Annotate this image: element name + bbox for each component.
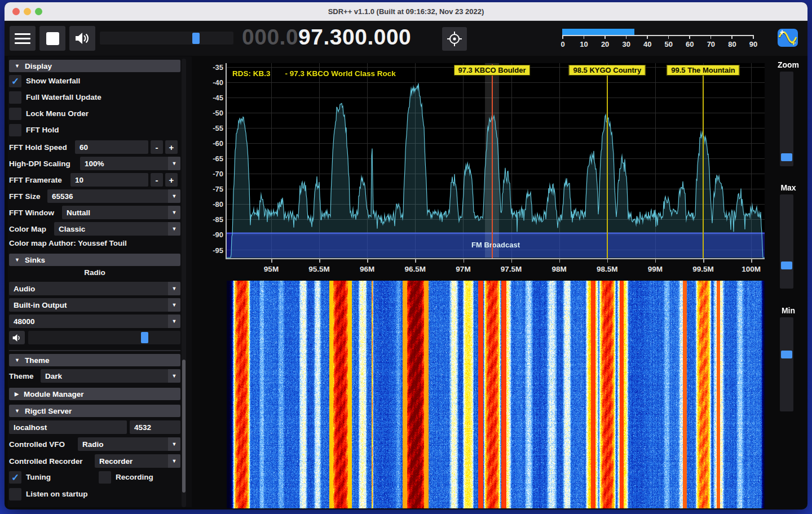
fft-x-tick-label: 95.5M: [299, 265, 339, 273]
zoom-slider-handle[interactable]: [781, 153, 792, 161]
speaker-icon: [74, 31, 90, 46]
sink-volume-slider[interactable]: [28, 331, 180, 344]
fft-x-tick-label: 100M: [731, 265, 771, 273]
fft-spectrum-canvas[interactable]: [227, 63, 765, 258]
theme-label: Theme: [9, 372, 34, 380]
sink-volume-handle[interactable]: [141, 332, 148, 343]
section-theme[interactable]: ▼ Theme: [9, 354, 180, 366]
fft-x-tick-label: 99M: [636, 265, 675, 273]
max-slider[interactable]: [780, 194, 793, 289]
stop-icon: [46, 32, 59, 45]
fft-y-tick-label: -90: [198, 231, 223, 239]
snr-tick-label: 50: [665, 40, 673, 48]
controlled-recorder-dropdown[interactable]: Recorder ▼: [95, 454, 180, 468]
close-window-button[interactable]: [12, 8, 20, 15]
minimize-window-button[interactable]: [24, 8, 31, 15]
frequency-value: 97.300.000: [298, 25, 411, 49]
snr-tick: [562, 35, 563, 39]
recording-checkbox[interactable]: [99, 471, 111, 484]
frequency-display[interactable]: 000.097.300.000: [242, 25, 411, 50]
rigctl-port-input[interactable]: 4532: [130, 420, 180, 434]
chevron-down-icon: ▼: [168, 369, 180, 383]
fft-x-tick: [559, 259, 561, 263]
snr-tick: [731, 35, 732, 39]
svg-text:+: +: [780, 27, 785, 37]
divider: [9, 350, 180, 351]
fft-x-tick: [319, 259, 320, 263]
min-slider-handle[interactable]: [781, 351, 792, 358]
maximize-window-button[interactable]: [35, 8, 42, 15]
master-volume-handle[interactable]: [192, 33, 200, 44]
fft-x-tick-label: 98M: [540, 265, 579, 273]
snr-tick-label: 90: [749, 40, 757, 48]
recording-label: Recording: [116, 473, 153, 481]
mute-button[interactable]: [69, 26, 95, 51]
chevron-down-icon: ▼: [168, 298, 180, 312]
section-module-manager[interactable]: ▶ Module Manager: [9, 388, 180, 400]
snr-meter: 0102030405060708090: [562, 27, 758, 52]
fft-x-tick: [464, 259, 465, 263]
snr-tick-label: 70: [707, 40, 715, 48]
snr-tick: [710, 35, 712, 39]
snr-meter-scale: 0102030405060708090: [562, 27, 758, 52]
listen-startup-label: Listen on startup: [26, 490, 88, 498]
zoom-slider[interactable]: [780, 72, 793, 166]
snr-tick-label: 0: [561, 40, 564, 48]
svg-text:+: +: [791, 38, 796, 47]
fft-x-tick-label: 96M: [347, 265, 387, 273]
chevron-down-icon: ▼: [168, 454, 180, 468]
snr-tick-label: 80: [728, 40, 736, 48]
tuning-checkbox[interactable]: ✓: [9, 471, 21, 484]
snr-tick-label: 30: [622, 40, 630, 48]
fft-x-axis: [226, 258, 765, 259]
sink-mute-button[interactable]: [9, 331, 25, 344]
window-title: SDR++ v1.1.0 (Built at 09:16:32, Nov 23 …: [328, 7, 484, 16]
samplerate-dropdown[interactable]: 48000 ▼: [9, 314, 180, 328]
master-volume-slider[interactable]: [100, 32, 233, 45]
fft-x-tick-label: 98.5M: [588, 265, 627, 273]
sidebar-scrollbar-thumb[interactable]: [182, 360, 186, 493]
fft-y-tick-label: -80: [198, 200, 223, 209]
fft-y-tick-label: -50: [198, 109, 223, 117]
fft-x-tick-label: 99.5M: [683, 265, 723, 273]
rigctl-host-input[interactable]: localhost: [9, 420, 127, 434]
min-slider[interactable]: [780, 317, 793, 411]
snr-tick: [604, 35, 606, 39]
collapse-triangle-icon: ▼: [15, 357, 20, 363]
collapse-triangle-right-icon: ▶: [15, 391, 19, 397]
chevron-down-icon: ▼: [168, 282, 180, 295]
snr-tick: [668, 35, 669, 39]
fft-y-tick-label: -60: [198, 139, 223, 148]
snr-tick: [626, 35, 627, 39]
fft-x-tick: [511, 259, 513, 263]
snr-tick: [689, 35, 690, 39]
chevron-down-icon: ▼: [168, 314, 180, 328]
rds-text: RDS: KB.3 - 97.3 KBCO World Class Rock: [232, 69, 396, 78]
fft-y-tick-label: -40: [198, 78, 223, 87]
fft-y-tick-label: -45: [198, 94, 223, 102]
snr-tick: [584, 35, 585, 39]
section-rigctl-server[interactable]: ▼ Rigctl Server: [9, 405, 180, 417]
snr-tick-label: 60: [686, 40, 694, 48]
listen-startup-checkbox[interactable]: [9, 488, 21, 500]
fft-y-tick-label: -75: [198, 185, 223, 193]
frequency-leading-zeros: 000.0: [242, 25, 298, 49]
max-slider-label: Max: [780, 183, 796, 192]
waterfall-canvas[interactable]: [227, 281, 765, 508]
app-window: SDR++ v1.1.0 (Built at 09:16:32, Nov 23 …: [5, 2, 807, 509]
chevron-down-icon: ▼: [168, 437, 180, 451]
controlled-vfo-dropdown[interactable]: Radio ▼: [78, 437, 180, 451]
theme-dropdown[interactable]: Dark ▼: [41, 369, 180, 383]
audio-device-dropdown[interactable]: Built-in Output ▼: [9, 298, 180, 312]
max-slider-handle[interactable]: [781, 262, 792, 269]
fft-x-tick: [703, 259, 704, 263]
stop-button[interactable]: [39, 26, 65, 51]
fft-x-tick: [607, 259, 608, 263]
fft-x-tick-label: 97.5M: [492, 265, 531, 273]
tuning-mode-button[interactable]: [442, 27, 467, 51]
fft-y-tick-label: -95: [198, 246, 223, 254]
sink-type-dropdown[interactable]: Audio ▼: [9, 282, 180, 295]
menu-button[interactable]: [10, 26, 36, 51]
sdrpp-logo-icon: + +: [777, 27, 798, 51]
snr-tick-label: 10: [580, 40, 588, 48]
